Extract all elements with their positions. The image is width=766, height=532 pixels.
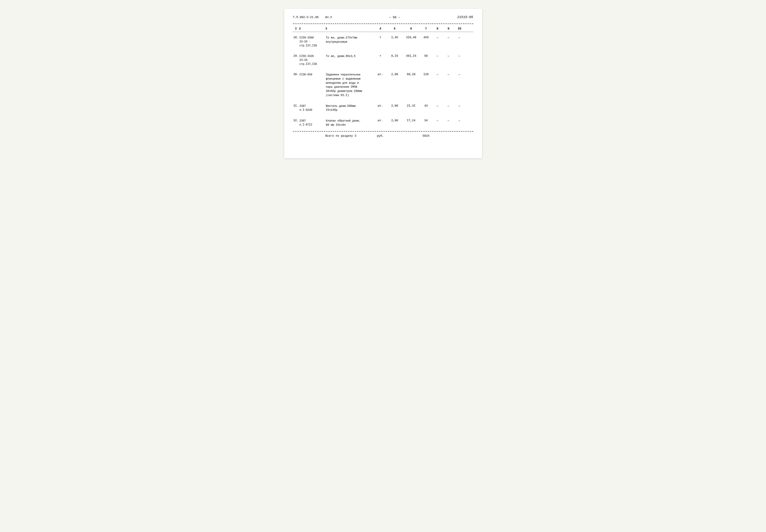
col-header-10: IO (454, 27, 465, 30)
row-28-total: 459 (420, 36, 432, 39)
header-left: Т.П.902-5-21.86 Ал.У (293, 16, 332, 19)
row-32-desc: Клапан обратный диам. 80 мм I5кч9п (326, 119, 374, 127)
column-headers: I 2 3 4 5 6 7 8 9 IO (293, 26, 473, 32)
row-28-col9: – (443, 36, 454, 39)
row-32-qty: 2,00 (387, 119, 402, 122)
row-30-unit: шт. (374, 73, 387, 76)
row-28-unit: т (374, 36, 387, 39)
row-28-code: СI59-3368 23–IO · стр.I37,I38 (299, 36, 326, 48)
table-row: 28. СI59-3368 23–IO · стр.I37,I38 То же,… (293, 34, 473, 49)
row-29-num: 29. (293, 54, 299, 58)
row-29-desc: То же, диам.89х3,5 (326, 54, 374, 58)
row-30-col8: – (432, 73, 443, 76)
row-31-code: 2307 п.I-0240 (299, 104, 326, 112)
bottom-dashed-line (293, 131, 473, 132)
row-28-col8: – (432, 36, 443, 39)
row-28-num: 28. (293, 36, 299, 39)
row-30-code: СI30-650 (299, 73, 326, 77)
table-row: 30. СI30-650 Задвижки параллельные фланц… (293, 71, 473, 99)
col-header-7: 7 (420, 27, 432, 30)
row-31-unit: шт. (374, 104, 387, 107)
top-dashed-line (293, 24, 473, 24)
row-32-num: 32. (293, 119, 299, 122)
col-header-3: 3 (326, 27, 374, 30)
row-31-desc: Вентиль диам.500мм I5ч14бр (326, 104, 374, 113)
table: I 2 3 4 5 6 7 8 9 IO 28. СI59-3368 23–IO… (293, 26, 473, 139)
row-32-unit: шт. (374, 119, 387, 122)
total-value: 5824 (420, 134, 432, 138)
table-row: 3I. 2307 п.I-0240 Вентиль диам.500мм I5ч… (293, 102, 473, 114)
row-29-col8: – (432, 54, 443, 58)
row-31-col10: – (454, 104, 465, 108)
row-28-col10: – (454, 36, 465, 39)
row-30-col10: – (454, 73, 465, 76)
header-center: – 94 – (389, 16, 400, 19)
row-31-num: 3I. (293, 104, 299, 107)
col-header-4: 4 (374, 27, 387, 30)
col-header-1: I (293, 27, 299, 30)
header-suffix: Ал.У (325, 16, 332, 19)
row-30-desc: Задвижки параллельные фланцевые с выдвиж… (326, 73, 374, 98)
col-header-5: 5 (387, 27, 402, 30)
row-29-col9: – (443, 54, 454, 58)
total-unit: руб. (374, 134, 387, 138)
row-31-col9: – (443, 104, 454, 108)
header-right: 21515-05 (457, 15, 473, 19)
row-29-qty: 0,I6 (387, 54, 402, 58)
row-32-col8: – (432, 119, 443, 122)
table-row: 29. СI59-3326 23–IO стр.I37,I38 То же, д… (293, 53, 473, 68)
page-header: Т.П.902-5-21.86 Ал.У – 94 – 21515-05 (293, 15, 473, 19)
table-row: 32. 2307 п.I-07I2 Клапан обратный диам. … (293, 117, 473, 129)
col-header-6: 6 (402, 27, 420, 30)
col-header-2: 2 (299, 27, 326, 30)
row-30-price: 60,20 (402, 73, 420, 76)
col-header-8: 8 (432, 27, 443, 30)
row-29-price: 36I,I5 (402, 54, 420, 58)
row-32-price: I7,24 (402, 119, 420, 122)
row-31-total: 43 (420, 104, 432, 107)
total-row: Всего по разделу 3 руб. 5824 (293, 133, 473, 139)
row-30-qty: 2,00 (387, 73, 402, 76)
row-29-col10: – (454, 54, 465, 58)
row-29-code: СI59-3326 23–IO стр.I37,I38 (299, 54, 326, 66)
row-28-qty: I,45 (387, 36, 402, 39)
row-28-desc: То же, диам.273х7мм внутрицеховые (326, 36, 374, 44)
row-32-col10: – (454, 119, 465, 122)
row-30-total: I20 (420, 73, 432, 76)
row-32-code: 2307 п.I-07I2 (299, 119, 326, 127)
row-31-qty: 2,00 (387, 104, 402, 107)
row-31-price: 2I,4I (402, 104, 420, 107)
row-32-total: 34 (420, 119, 432, 122)
row-28-price: 3I6,48 (402, 36, 420, 39)
row-30-num: 30. (293, 73, 299, 76)
row-31-col8: – (432, 104, 443, 108)
row-30-col9: – (443, 73, 454, 76)
row-32-col9: – (443, 119, 454, 122)
page: Т.П.902-5-21.86 Ал.У – 94 – 21515-05 I 2… (284, 9, 482, 158)
row-29-unit: т (374, 54, 387, 58)
col-header-9: 9 (443, 27, 454, 30)
header-code: Т.П.902-5-21.86 (293, 16, 319, 19)
total-label: Всего по разделу 3 (326, 134, 374, 138)
row-29-total: 58 (420, 54, 432, 58)
